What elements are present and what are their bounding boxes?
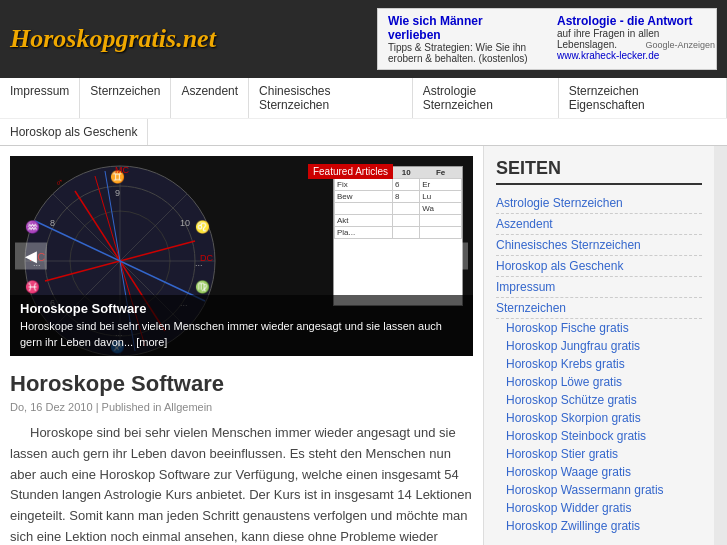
sidebar-link-aszendent[interactable]: Aszendent (496, 214, 702, 235)
image-slider: ♊ ♌ ♍ ♐ ♓ ♒ ♂ AC DC MC 9 10 ... 8 ... 6 … (10, 156, 473, 356)
content-area: ♊ ♌ ♍ ♐ ♓ ♒ ♂ AC DC MC 9 10 ... 8 ... 6 … (0, 146, 484, 545)
article-date: Do, 16 Dez 2010 (10, 401, 93, 413)
ad-body-left: Tipps & Strategien: Wie Sie ihn erobern … (388, 42, 537, 64)
svg-text:♒: ♒ (25, 219, 40, 234)
article-category[interactable]: Allgemein (164, 401, 212, 413)
sidebar-link-fische[interactable]: Horoskop Fische gratis (496, 319, 702, 337)
sidebar-link-skorpion[interactable]: Horoskop Skorpion gratis (496, 409, 702, 427)
slider-next-button[interactable]: ► (436, 243, 468, 270)
slide-caption: Horoskope Software Horoskope sind bei se… (10, 295, 473, 356)
sidebar-link-astrologie-sternzeichen[interactable]: Astrologie Sternzeichen (496, 193, 702, 214)
main-wrapper: ♊ ♌ ♍ ♐ ♓ ♒ ♂ AC DC MC 9 10 ... 8 ... 6 … (0, 146, 727, 545)
sidebar-link-loewe[interactable]: Horoskop Löwe gratis (496, 373, 702, 391)
ad-banner: Wie sich Männer verlieben Tipps & Strate… (377, 8, 717, 70)
svg-text:...: ... (195, 258, 203, 268)
nav-sternzeichen[interactable]: Sternzeichen (80, 78, 171, 118)
slide-caption-text: Horoskope sind bei sehr vielen Menschen … (20, 319, 463, 350)
sidebar-title: SEITEN (496, 158, 702, 185)
sidebar-link-steinbock[interactable]: Horoskop Steinbock gratis (496, 427, 702, 445)
nav-impressum[interactable]: Impressum (0, 78, 80, 118)
featured-articles-badge: Featured Articles (308, 164, 393, 179)
article-title: Horoskope Software (10, 371, 473, 397)
nav-bottom: Horoskop als Geschenk (0, 118, 727, 145)
sidebar-link-geschenk[interactable]: Horoskop als Geschenk (496, 256, 702, 277)
sidebar-link-waage[interactable]: Horoskop Waage gratis (496, 463, 702, 481)
ad-right: Astrologie - die Antwort auf ihre Fragen… (557, 14, 706, 64)
nav-chinesisches[interactable]: Chinesisches Sternzeichen (249, 78, 413, 118)
sidebar-links: Astrologie Sternzeichen Aszendent Chines… (496, 193, 702, 535)
nav-astrologie[interactable]: Astrologie Sternzeichen (413, 78, 559, 118)
sidebar-link-jungfrau[interactable]: Horoskop Jungfrau gratis (496, 337, 702, 355)
site-title[interactable]: Horoskopgratis.net (10, 24, 216, 54)
sidebar-link-krebs[interactable]: Horoskop Krebs gratis (496, 355, 702, 373)
sidebar-link-stier[interactable]: Horoskop Stier gratis (496, 445, 702, 463)
svg-text:♓: ♓ (25, 279, 40, 294)
nav-geschenk[interactable]: Horoskop als Geschenk (0, 119, 148, 145)
slider-prev-button[interactable]: ◄ (15, 243, 47, 270)
sidebar-link-sternzeichen[interactable]: Sternzeichen (496, 298, 702, 319)
sidebar-link-widder[interactable]: Horoskop Widder gratis (496, 499, 702, 517)
header: Horoskopgratis.net Wie sich Männer verli… (0, 0, 727, 78)
sidebar-link-zwillinge[interactable]: Horoskop Zwillinge gratis (496, 517, 702, 535)
navigation: Impressum Sternzeichen Aszendent Chinesi… (0, 78, 727, 146)
svg-text:10: 10 (180, 218, 190, 228)
nav-top: Impressum Sternzeichen Aszendent Chinesi… (0, 78, 727, 118)
svg-text:9: 9 (115, 188, 120, 198)
article-meta-sep: | Published in (96, 401, 164, 413)
svg-text:♌: ♌ (195, 219, 210, 234)
sidebar: SEITEN Astrologie Sternzeichen Aszendent… (484, 146, 714, 545)
nav-aszendent[interactable]: Aszendent (171, 78, 249, 118)
article-meta: Do, 16 Dez 2010 | Published in Allgemein (10, 401, 473, 413)
google-ads-label: Google-Anzeigen (645, 40, 715, 50)
svg-text:8: 8 (50, 218, 55, 228)
svg-text:♍: ♍ (195, 279, 210, 294)
ad-title-right[interactable]: Astrologie - die Antwort (557, 14, 706, 28)
sidebar-link-impressum[interactable]: Impressum (496, 277, 702, 298)
slide-caption-title: Horoskope Software (20, 301, 463, 316)
article-body: Horoskope sind bei sehr vielen Menschen … (10, 423, 473, 545)
ad-left: Wie sich Männer verlieben Tipps & Strate… (388, 14, 537, 64)
ad-title-left[interactable]: Wie sich Männer verlieben (388, 14, 537, 42)
nav-eigenschaften[interactable]: Sternzeichen Eigenschaften (559, 78, 727, 118)
sidebar-link-wassermann[interactable]: Horoskop Wassermann gratis (496, 481, 702, 499)
svg-text:MC: MC (115, 165, 129, 175)
sidebar-link-schuetze[interactable]: Horoskop Schütze gratis (496, 391, 702, 409)
ad-right-link[interactable]: www.kraheck-lecker.de (557, 50, 706, 61)
chart-table-thumb: Kar10Fe Fix6Er Bew8Lu Wa Akt Pla... (333, 166, 463, 306)
svg-text:♂: ♂ (55, 176, 63, 188)
sidebar-link-chinesisches[interactable]: Chinesisches Sternzeichen (496, 235, 702, 256)
